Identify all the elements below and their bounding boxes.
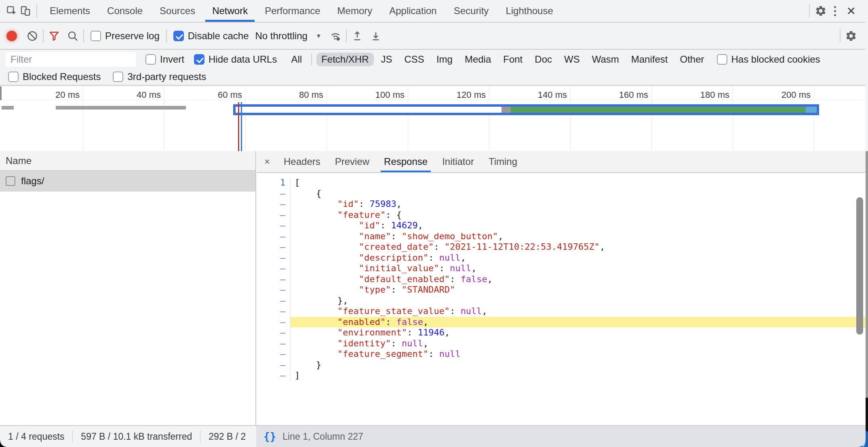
request-row-flags-[interactable]: flags/: [0, 171, 255, 192]
checkbox[interactable]: [91, 31, 101, 41]
disable-cache-checkbox[interactable]: Disable cache: [173, 30, 249, 42]
timeline-gridline: [651, 86, 652, 151]
code-line[interactable]: – "id": 14629,: [257, 220, 866, 231]
details-tab-response[interactable]: Response: [377, 151, 435, 172]
hide-data-urls-checkbox[interactable]: Hide data URLs: [194, 54, 277, 65]
pretty-print-icon[interactable]: {}: [263, 430, 276, 443]
preserve-log-checkbox[interactable]: Preserve log: [91, 30, 160, 42]
tab-console[interactable]: Console: [99, 0, 151, 22]
timeline-tick-label: 160 ms: [619, 90, 651, 100]
line-gutter: –: [257, 370, 291, 381]
code-line[interactable]: – "default_enabled": false,: [257, 274, 866, 285]
code-line[interactable]: – "environment": 11946,: [257, 327, 866, 338]
record-network-log-button[interactable]: [6, 31, 17, 41]
type-filter-img[interactable]: Img: [432, 53, 457, 66]
throttling-select[interactable]: No throttling: [255, 30, 307, 42]
checkbox-checked[interactable]: [173, 31, 184, 41]
line-gutter: –: [257, 327, 291, 338]
code-line[interactable]: – "feature_segment": null: [257, 349, 866, 360]
tab-security[interactable]: Security: [445, 0, 497, 22]
invert-checkbox[interactable]: Invert: [145, 54, 184, 65]
code-line[interactable]: –]: [257, 370, 866, 381]
device-toolbar-icon[interactable]: [19, 4, 32, 18]
request-details-pane: × HeadersPreviewResponseInitiatorTiming …: [257, 151, 866, 425]
code-line-text: "type": "STANDARD": [291, 285, 866, 295]
code-line[interactable]: – "feature_state_value": null,: [257, 306, 866, 317]
type-filter-other[interactable]: Other: [675, 53, 709, 66]
checkbox[interactable]: [717, 54, 727, 65]
line-gutter: –: [257, 306, 291, 317]
timeline-tick-label: 100 ms: [375, 90, 408, 100]
code-line[interactable]: – }: [257, 360, 866, 371]
checkbox-checked[interactable]: [194, 54, 204, 65]
filter-input[interactable]: [6, 52, 136, 67]
code-line[interactable]: – {: [257, 188, 866, 199]
details-tab-initiator[interactable]: Initiator: [435, 151, 481, 172]
code-line[interactable]: – "created_date": "2021-11-12T10:22:53.4…: [257, 242, 866, 253]
details-tab-preview[interactable]: Preview: [328, 151, 377, 172]
vertical-scrollbar-thumb[interactable]: [856, 197, 863, 335]
checkbox[interactable]: [8, 72, 19, 82]
tab-sources[interactable]: Sources: [151, 0, 204, 22]
type-filter-ws[interactable]: WS: [559, 53, 585, 66]
source-status: {} Line 1, Column 227: [256, 425, 866, 447]
overview-label-divider: [0, 100, 866, 100]
tab-memory[interactable]: Memory: [329, 0, 381, 22]
checkbox[interactable]: [145, 54, 156, 65]
code-line[interactable]: – "feature": {: [257, 210, 866, 221]
chevron-down-icon[interactable]: ▼: [316, 32, 322, 39]
type-filter-media[interactable]: Media: [460, 53, 496, 66]
more-options-kebab-icon[interactable]: [828, 6, 843, 16]
details-tab-headers[interactable]: Headers: [276, 151, 328, 172]
checkbox[interactable]: [6, 176, 15, 186]
response-body-viewer[interactable]: 1[– {– "id": 75983,– "feature": {– "id":…: [257, 174, 866, 425]
settings-gear-icon[interactable]: [814, 4, 828, 18]
type-filter-all[interactable]: All: [286, 53, 307, 66]
network-overview-timeline[interactable]: 20 ms40 ms60 ms80 ms100 ms120 ms140 ms16…: [0, 86, 866, 152]
code-line[interactable]: – "identity": null,: [257, 338, 866, 349]
code-line-highlighted[interactable]: – "enabled": false,: [257, 317, 866, 328]
divider: [346, 29, 347, 43]
tab-performance[interactable]: Performance: [256, 0, 329, 22]
third-party-requests-checkbox[interactable]: 3rd-party requests: [113, 71, 206, 82]
more-filters-row: Blocked Requests 3rd-party requests: [0, 68, 866, 86]
search-icon[interactable]: [66, 30, 79, 42]
code-line[interactable]: 1[: [257, 177, 866, 188]
name-column-header[interactable]: Name: [0, 151, 255, 171]
status-item: 597 B / 10.1 kB transferred: [81, 431, 192, 442]
type-filter-fetch-xhr[interactable]: Fetch/XHR: [316, 53, 373, 66]
clear-network-log-icon[interactable]: [26, 30, 39, 42]
tab-elements[interactable]: Elements: [41, 0, 99, 22]
line-gutter: –: [257, 317, 291, 328]
code-line[interactable]: – },: [257, 295, 866, 306]
code-line[interactable]: – "name": "show_demo_button",: [257, 231, 866, 242]
details-tab-timing[interactable]: Timing: [481, 151, 525, 172]
type-filter-css[interactable]: CSS: [400, 53, 429, 66]
checkbox[interactable]: [113, 72, 123, 82]
tab-network[interactable]: Network: [204, 0, 256, 22]
import-har-icon[interactable]: [351, 30, 364, 42]
tab-lighthouse[interactable]: Lighthouse: [497, 0, 561, 22]
filter-funnel-icon[interactable]: [48, 30, 61, 42]
network-conditions-icon[interactable]: [329, 30, 342, 42]
inspect-icon[interactable]: [5, 4, 19, 18]
tab-application[interactable]: Application: [381, 0, 445, 22]
type-filter-font[interactable]: Font: [498, 53, 527, 66]
line-gutter: –: [257, 263, 291, 274]
line-gutter: –: [257, 199, 291, 210]
type-filter-doc[interactable]: Doc: [530, 53, 557, 66]
code-line[interactable]: – "description": null,: [257, 253, 866, 264]
code-line[interactable]: – "initial_value": null,: [257, 263, 866, 274]
close-devtools-icon[interactable]: ✕: [843, 4, 860, 18]
type-filter-js[interactable]: JS: [376, 53, 397, 66]
code-line[interactable]: – "type": "STANDARD": [257, 285, 866, 295]
close-details-icon[interactable]: ×: [257, 156, 276, 167]
panel-tabs: ElementsConsoleSourcesNetworkPerformance…: [41, 0, 562, 22]
export-har-icon[interactable]: [369, 30, 382, 42]
code-line[interactable]: – "id": 75983,: [257, 199, 866, 210]
type-filter-manifest[interactable]: Manifest: [626, 53, 673, 66]
network-settings-gear-icon[interactable]: [845, 30, 857, 42]
type-filter-wasm[interactable]: Wasm: [587, 53, 624, 66]
blocked-requests-checkbox[interactable]: Blocked Requests: [8, 71, 101, 82]
has-blocked-cookies-checkbox[interactable]: Has blocked cookies: [717, 54, 820, 65]
